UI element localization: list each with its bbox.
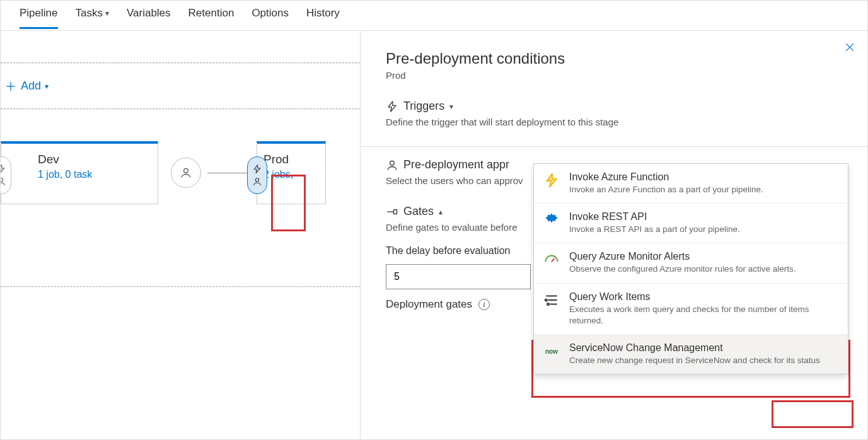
- dashed-divider-mid: [1, 108, 360, 110]
- gate-icon: [386, 206, 398, 218]
- tab-variables[interactable]: Variables: [127, 7, 171, 27]
- add-label: Add: [21, 79, 41, 93]
- dropdown-item-work-items[interactable]: Query Work Items Executes a work item qu…: [534, 284, 848, 335]
- chevron-down-icon: ▾: [45, 82, 49, 91]
- dd-desc: Executes a work item query and checks fo…: [569, 304, 839, 327]
- svg-point-3: [184, 168, 188, 173]
- section-triggers[interactable]: Triggers ▾: [386, 100, 848, 113]
- connector-approver[interactable]: [171, 158, 201, 188]
- trigger-icon: [386, 100, 398, 113]
- main-area: Add ▾ Dev 1 job, 0 task: [1, 31, 867, 439]
- svg-point-7: [390, 161, 395, 165]
- approvals-label: Pre-deployment appr: [403, 158, 509, 171]
- dev-predeploy-badge[interactable]: [0, 156, 11, 194]
- chevron-down-icon: ▾: [449, 102, 453, 111]
- top-tabs: Pipeline Tasks ▾ Variables Retention Opt…: [1, 1, 867, 31]
- stage-dev-name: Dev: [38, 153, 158, 166]
- dd-desc: Invoke a REST API as a part of your pipe…: [569, 224, 839, 235]
- person-icon: [386, 159, 398, 171]
- panel-stage: Prod: [386, 70, 848, 81]
- dd-desc: Create new change request in ServiceNow …: [569, 355, 839, 366]
- servicenow-icon: now: [543, 342, 560, 360]
- tab-retention[interactable]: Retention: [188, 7, 234, 27]
- svg-line-13: [552, 258, 554, 262]
- svg-point-4: [255, 178, 258, 182]
- gear-icon: [543, 211, 560, 229]
- chevron-up-icon: ▴: [439, 207, 443, 216]
- stage-prod-sub[interactable]: 2 jobs,: [263, 169, 325, 180]
- tab-history[interactable]: History: [306, 7, 340, 27]
- predeploy-panel: Pre-deployment conditions Prod Triggers …: [360, 31, 867, 439]
- dd-desc: Invoke an Azure Function as a part of yo…: [569, 184, 839, 195]
- azure-function-icon: [543, 171, 560, 189]
- dd-title: ServiceNow Change Management: [569, 342, 839, 354]
- gate-type-dropdown: Invoke Azure Function Invoke an Azure Fu…: [533, 163, 848, 374]
- dd-title: Query Work Items: [569, 291, 839, 303]
- svg-point-17: [545, 299, 547, 301]
- delay-input[interactable]: [386, 264, 531, 289]
- stages-row: Dev 1 job, 0 task Prod 2 jobs,: [1, 141, 360, 204]
- svg-rect-9: [394, 209, 397, 214]
- filter-icon: [543, 291, 560, 309]
- dropdown-item-azure-monitor[interactable]: Query Azure Monitor Alerts Observe the c…: [534, 243, 848, 283]
- lightning-icon: [252, 164, 262, 174]
- svg-point-18: [547, 303, 549, 305]
- stage-card-prod[interactable]: Prod 2 jobs,: [257, 141, 326, 204]
- dropdown-item-rest-api[interactable]: Invoke REST API Invoke a REST API as a p…: [534, 204, 848, 243]
- add-artifact-button[interactable]: Add ▾: [1, 64, 360, 108]
- gates-label: Gates: [403, 205, 434, 218]
- tab-tasks[interactable]: Tasks ▾: [76, 7, 109, 27]
- dd-desc: Observe the configured Azure monitor rul…: [569, 263, 839, 275]
- person-icon: [0, 177, 6, 187]
- deployment-gates-label: Deployment gates: [386, 298, 472, 311]
- dropdown-item-azure-function[interactable]: Invoke Azure Function Invoke an Azure Fu…: [534, 164, 848, 204]
- tab-tasks-label: Tasks: [76, 7, 103, 20]
- dd-title: Invoke REST API: [569, 211, 839, 223]
- stage-dev-sub[interactable]: 1 job, 0 task: [38, 169, 158, 180]
- gauge-icon: [543, 251, 560, 269]
- dd-title: Invoke Azure Function: [569, 171, 839, 183]
- triggers-desc: Define the trigger that will start deplo…: [386, 117, 848, 127]
- dd-title: Query Azure Monitor Alerts: [569, 251, 839, 262]
- stage-prod-name: Prod: [263, 153, 325, 166]
- pipeline-canvas: Add ▾ Dev 1 job, 0 task: [1, 31, 360, 439]
- close-icon[interactable]: [843, 41, 856, 57]
- panel-title: Pre-deployment conditions: [386, 50, 848, 67]
- triggers-label: Triggers: [403, 100, 444, 113]
- chevron-down-icon: ▾: [105, 9, 109, 18]
- prod-predeploy-badge[interactable]: [247, 156, 267, 194]
- person-icon: [180, 166, 192, 179]
- highlight-add-button: [772, 400, 854, 428]
- dashed-divider-bottom: [1, 286, 360, 287]
- info-icon[interactable]: i: [478, 299, 490, 310]
- dropdown-item-servicenow[interactable]: now ServiceNow Change Management Create …: [534, 335, 848, 374]
- svg-point-2: [0, 178, 3, 182]
- panel-divider: [361, 146, 867, 147]
- person-icon: [252, 177, 262, 187]
- plus-icon: [4, 80, 17, 93]
- lightning-icon: [0, 164, 6, 174]
- stage-card-dev[interactable]: Dev 1 job, 0 task: [1, 141, 158, 204]
- tab-options[interactable]: Options: [252, 7, 289, 27]
- tab-pipeline[interactable]: Pipeline: [20, 7, 58, 29]
